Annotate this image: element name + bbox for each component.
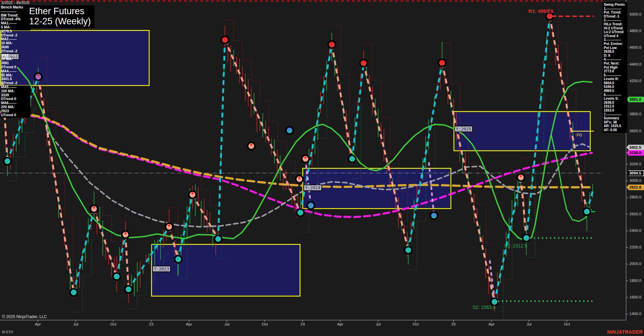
swing-pivots-line: HiLo Trend:: [604, 22, 627, 26]
time-tick-label: Apr: [488, 322, 495, 326]
price-tick-label: 4600.0: [629, 45, 641, 49]
swing-pivots-line: Swing Pivots: [604, 3, 627, 7]
price-badge: 2922.8: [626, 185, 644, 190]
level-label-s2: S2: 1553.0: [473, 305, 496, 310]
pivot-marker-blue: [306, 201, 315, 210]
swing-pivots-line: 1.-------------: [604, 7, 627, 11]
swing-pivots-line: DTrend -1: [604, 15, 627, 19]
pivot-marker-red: [327, 40, 336, 49]
time-tick-label: Oct: [110, 322, 116, 326]
swing-pivots-panel: Swing Pivots1.-------------Pvt. Trend:DT…: [603, 2, 627, 133]
pivot-marker-red: [221, 35, 229, 44]
pivot-marker-red: [438, 58, 446, 67]
year-label-2025: Y:2025: [454, 126, 473, 132]
pivot-marker-low: [522, 234, 531, 242]
pivot-marker-low: [3, 157, 12, 166]
pivot-marker-low: [174, 255, 183, 264]
price-tick-label: 3200.0: [629, 162, 641, 166]
pivot-marker-blue: [285, 126, 294, 135]
swing-pivots-line: 2638.0: [604, 101, 627, 105]
swing-pivots-line: Lo:2 UTrend: [604, 30, 627, 34]
swing-pivots-line: 3773.0: [604, 69, 627, 73]
time-tick-label: Oct: [564, 322, 570, 326]
price-badge: 3338.8: [626, 150, 644, 156]
copyright-label: © 2025 NinjaTrader, LLC: [2, 314, 47, 319]
benchmarks-panel: Bench Marks-------------BM Trend:DTrend …: [1, 5, 30, 117]
swing-pivots-line: D: 9: [604, 54, 627, 58]
price-badge: 3981.0: [626, 97, 644, 102]
pivot-marker-high: [121, 230, 130, 239]
pivot-marker-low: [69, 288, 78, 297]
swing-pivots-line: 2.-------------: [604, 18, 627, 22]
price-tick-label: 5000.0: [629, 12, 641, 16]
pivot-marker-low: [124, 285, 133, 294]
time-tick-label: Apr: [35, 322, 41, 326]
price-tick-label: 1600.0: [629, 295, 641, 299]
time-tick-label: Apr: [186, 322, 192, 326]
pivot-marker-low: [582, 207, 591, 216]
pivot-marker-red: [359, 59, 368, 68]
benchmarks-line: 2923: [1, 109, 30, 113]
ninjatrader-chart-window: { "header": { "range_label": "3/2022 - 4…: [0, 0, 644, 336]
swing-pivots-line: AF: 6.00: [604, 128, 627, 132]
price-tick-label: 4800.0: [629, 29, 641, 33]
benchmarks-line: 200 MA:: [1, 105, 30, 109]
ninjatrader-logo: NINJATRADER: [607, 329, 643, 335]
swing-pivots-line: Pvt. Next:: [604, 62, 627, 66]
swing-pivots-line: Pvt. Evolve:: [604, 42, 627, 46]
swing-pivots-line: Summary: [604, 116, 627, 120]
price-tick-label: 2600.0: [629, 212, 641, 216]
pivot-marker-low: [112, 272, 121, 281]
swing-pivots-line: Levels R:: [604, 77, 627, 81]
price-tick-label: 2800.0: [629, 195, 641, 199]
pivot-marker-low: [214, 235, 223, 243]
benchmarks-line: UTrend 0: [1, 113, 30, 117]
swing-pivots-line: 2638.0: [604, 50, 627, 54]
price-tick-label: 2000.0: [629, 262, 641, 266]
swing-pivots-line: 1553.0: [604, 109, 627, 113]
swing-pivots-line: 4.-------------: [604, 57, 627, 62]
pivot-marker-low: [404, 246, 413, 255]
date-range-label: 3/2022 - 49/2025: [1, 1, 29, 5]
price-tick-label: 2200.0: [629, 245, 641, 249]
benchmarks-line: MA5.------: [1, 85, 30, 89]
swing-pivots-line: 4969.5: [604, 89, 627, 93]
pivot-marker-high: [165, 222, 174, 231]
price-tick-label: 4200.0: [629, 79, 641, 83]
benchmarks-line: 100 MA:: [1, 89, 30, 93]
swing-pivots-line: 5.-------------: [604, 73, 627, 77]
time-tick-label: Jul: [527, 322, 532, 326]
price-tick-label: 3000.0: [629, 178, 641, 183]
chart-canvas[interactable]: R1: 4969.5S1: 2312.5S2: 1553.0F0: [0, 0, 644, 336]
time-tick-label: Apr: [337, 322, 343, 326]
swing-pivots-line: AR: 1425.5: [604, 124, 627, 128]
price-badge: 3094.5: [626, 170, 644, 176]
price-tick-label: 2400.0: [629, 229, 641, 233]
swing-pivots-line: 5166.0: [604, 85, 627, 89]
price-tick-label: 1400.0: [629, 312, 641, 316]
level-label-r1: R1: 4969.5: [528, 8, 553, 14]
time-tick-label: 25: [452, 322, 456, 326]
pivot-marker-high: [301, 154, 310, 163]
price-tick-label: 4400.0: [629, 62, 641, 66]
benchmarks-line: DTrend 0: [1, 65, 30, 69]
time-tick-label: Oct: [262, 322, 268, 326]
year-label-2024: Y:2024: [303, 185, 322, 191]
price-tick-label: 3600.0: [629, 129, 641, 133]
instrument-label: W ETH: [2, 330, 13, 334]
swing-pivots-line: Pvt High: [604, 66, 627, 70]
swing-pivots-line: 7.-------------: [604, 113, 627, 117]
benchmarks-line: 3270.5: [1, 29, 30, 33]
level-label-s1: S1: 2312.5: [504, 243, 527, 248]
level-label-f0: F0: [577, 133, 582, 138]
pivot-marker-high: [516, 173, 525, 182]
swing-pivots-line: 5604.0: [604, 81, 627, 85]
time-tick-label: Jul: [73, 322, 78, 326]
pivot-marker-high: [90, 205, 98, 213]
benchmarks-line: DTrend -2: [1, 49, 30, 53]
benchmarks-line: 5 MA:: [1, 25, 30, 29]
swing-pivots-line: 6.-------------: [604, 93, 627, 97]
swing-pivots-line: Levels S:: [604, 97, 627, 101]
pivot-marker-blue: [430, 211, 438, 220]
swing-pivots-line: Pvt Low: [604, 46, 627, 50]
